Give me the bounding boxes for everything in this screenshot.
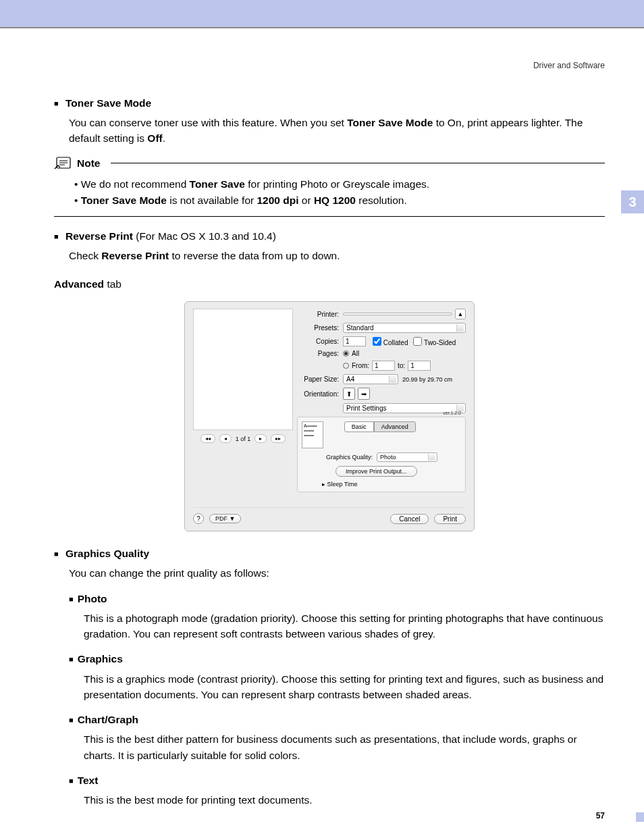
graphics-quality-heading: Graphics Quality [54,548,605,560]
gq-dropdown[interactable]: Photo [377,452,437,462]
help-button[interactable]: ? [193,513,204,524]
pages-all-label: All [352,350,359,357]
note-bullet-2: Toner Save Mode is not available for 120… [74,192,605,209]
toner-save-body: You can conserve toner use with this fea… [69,115,605,147]
tab-basic[interactable]: Basic [344,421,374,432]
gq-graphics-desc: This is a graphics mode (contrast priori… [84,671,605,703]
nav-next-button[interactable]: ▸ [254,434,267,443]
copies-input[interactable]: 1 [343,336,366,346]
gq-photo-title: Photo [69,591,605,606]
nav-prev-button[interactable]: ◂ [219,434,232,443]
preview-pane [193,309,293,430]
pages-from-input[interactable]: 1 [372,361,395,371]
note-label: Note [77,157,100,170]
collapse-button[interactable]: ▲ [455,309,466,319]
reverse-print-body: Check Reverse Print to reverse the data … [69,248,605,263]
pdf-button[interactable]: PDF ▼ [209,514,241,523]
note-end-rule [54,216,605,217]
print-dialog: ◂◂ ◂ 1 of 1 ▸ ▸▸ Printer: ▲ [184,301,475,531]
pages-label: Pages: [300,350,339,357]
page-thumbnail-icon: A═════════ [302,421,323,448]
twosided-label: Two-Sided [424,339,456,346]
version-label: ver.1.2.0 [443,411,461,415]
section-header: Driver and Software [533,61,605,70]
orientation-portrait-button[interactable]: ⬆ [343,388,355,400]
gq-text-title: Text [69,773,605,788]
pages-range-radio[interactable] [343,363,349,369]
gq-photo-desc: This is a photograph mode (gradation pri… [84,610,605,642]
pages-to-label: to: [398,362,405,369]
gq-graphics-title: Graphics [69,651,605,667]
sleep-time-toggle[interactable]: ▸ Sleep Time [322,481,461,488]
footer-accent [636,812,644,822]
toner-save-heading: Toner Save Mode [54,97,605,109]
gq-label: Graphics Quality: [326,454,373,461]
orientation-label: Orientation: [300,390,339,398]
reverse-print-heading: Reverse Print (For Mac OS X 10.3 and 10.… [54,230,605,242]
collated-checkbox[interactable] [373,337,381,346]
graphics-quality-intro: You can change the print quality as foll… [69,565,605,581]
print-settings-panel: ver.1.2.0 A═════════ Basic Advanced Grap… [297,417,466,492]
note-rule [111,163,605,163]
printer-label: Printer: [300,311,339,318]
papersize-dim: 20.99 by 29.70 cm [402,376,452,383]
printer-dropdown[interactable] [343,313,452,315]
print-button[interactable]: Print [434,514,466,524]
nav-last-button[interactable]: ▸▸ [271,434,286,443]
pages-from-label: From: [352,362,369,369]
top-accent-bar [0,0,644,28]
tab-advanced[interactable]: Advanced [374,421,416,432]
page-number: 57 [596,811,605,820]
collated-label: Collated [383,339,408,346]
note-icon [54,156,73,171]
note-bullet-1: We do not recommend Toner Save for print… [74,176,605,193]
copies-label: Copies: [300,338,339,345]
gq-chart-desc: This is the best dither pattern for busi… [84,731,605,763]
papersize-dropdown[interactable]: A4 [343,374,398,384]
nav-first-button[interactable]: ◂◂ [200,434,215,443]
improve-output-button[interactable]: Improve Print Output... [336,466,417,477]
presets-label: Presets: [300,324,339,332]
pages-all-radio[interactable] [343,350,349,357]
orientation-landscape-button[interactable]: ➡ [358,388,370,400]
nav-page-indicator: 1 of 1 [236,436,251,442]
advanced-tab-heading: Advanced tab [54,278,605,290]
papersize-label: Paper Size: [300,375,339,383]
gq-text-desc: This is the best mode for printing text … [84,792,605,808]
pages-to-input[interactable]: 1 [408,361,431,371]
gq-chart-title: Chart/Graph [69,712,605,727]
presets-dropdown[interactable]: Standard [343,323,466,333]
twosided-checkbox[interactable] [413,337,422,346]
cancel-button[interactable]: Cancel [390,514,429,524]
